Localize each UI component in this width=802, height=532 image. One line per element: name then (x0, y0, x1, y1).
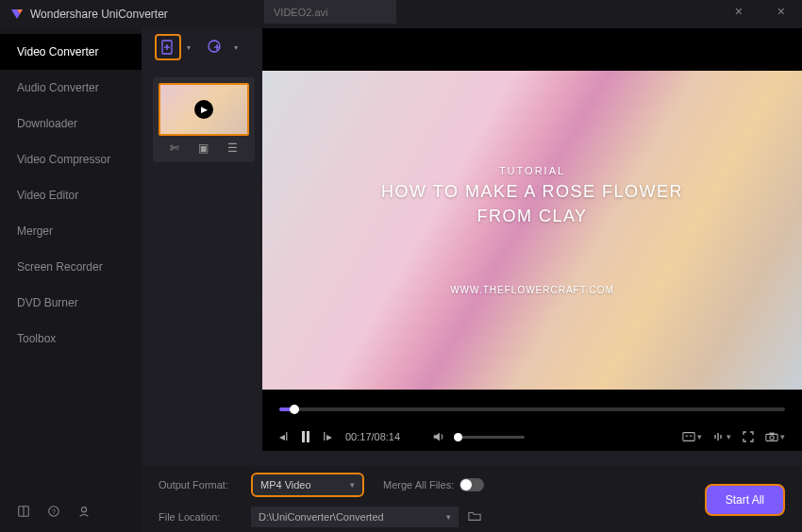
play-icon: ▶ (194, 100, 213, 119)
svg-text:?: ? (52, 508, 56, 515)
window-close-icon[interactable]: × (777, 4, 785, 19)
start-all-button[interactable]: Start All (705, 484, 785, 516)
file-location-label: File Location: (159, 511, 242, 523)
sidebar-item-downloader[interactable]: Downloader (0, 106, 142, 141)
merge-toggle[interactable] (459, 478, 484, 491)
volume-icon[interactable] (432, 430, 445, 443)
video-preview: TUTORIAL HOW TO MAKE A ROSE FLOWER FROM … (262, 28, 802, 451)
sidebar-item-audio-converter[interactable]: Audio Converter (0, 70, 142, 106)
sidebar-item-video-converter[interactable]: Video Converter (0, 34, 142, 70)
crop-icon[interactable]: ▣ (198, 141, 209, 155)
nav: Video Converter Audio Converter Download… (0, 28, 142, 493)
output-format-value: MP4 Video (260, 479, 311, 490)
preview-tab-label: VIDEO2.avi (274, 7, 327, 18)
fullscreen-button[interactable] (743, 431, 754, 442)
preview-tab[interactable]: VIDEO2.avi (264, 0, 396, 24)
thumbnail-card[interactable]: ▶ ✄ ▣ ☰ (153, 77, 255, 162)
download-tool-button[interactable] (202, 34, 228, 60)
manual-icon[interactable] (17, 505, 30, 521)
thumbnail-panel: ▶ ✄ ▣ ☰ (153, 77, 255, 162)
prev-button[interactable]: ◂Ⅰ (279, 430, 289, 443)
close-tab-icon[interactable]: × (735, 4, 743, 19)
svg-point-18 (770, 436, 774, 440)
svg-point-8 (209, 41, 220, 52)
add-file-button[interactable] (155, 34, 181, 60)
snapshot-button[interactable]: ▾ (765, 431, 785, 442)
chevron-down-icon: ▾ (446, 512, 451, 522)
progress-knob[interactable] (290, 405, 299, 414)
next-button[interactable]: Ⅰ▸ (323, 430, 332, 443)
sidebar-item-screen-recorder[interactable]: Screen Recorder (0, 249, 142, 285)
output-format-select[interactable]: MP4 Video ▾ (251, 473, 364, 497)
svg-point-4 (81, 507, 86, 512)
svg-rect-19 (769, 433, 774, 435)
volume-knob[interactable] (454, 433, 462, 441)
app-logo-icon (9, 7, 25, 22)
download-tool-dropdown-icon[interactable]: ▾ (234, 43, 238, 52)
file-location-value: D:\UniConverter\Converted (259, 511, 384, 523)
sidebar-item-toolbox[interactable]: Toolbox (0, 321, 142, 357)
file-location-select[interactable]: D:\UniConverter\Converted ▾ (251, 507, 459, 527)
sidebar-item-video-compressor[interactable]: Video Compressor (0, 141, 142, 177)
video-frame[interactable]: TUTORIAL HOW TO MAKE A ROSE FLOWER FROM … (262, 71, 802, 390)
output-format-label: Output Format: (159, 479, 242, 490)
audio-track-button[interactable]: ▾ (713, 431, 731, 442)
overlay-subtitle: TUTORIAL (499, 165, 565, 176)
time-display: 00:17/08:14 (345, 431, 400, 442)
thumbnail-image[interactable]: ▶ (159, 83, 249, 136)
overlay-title: HOW TO MAKE A ROSE FLOWER FROM CLAY (381, 180, 683, 227)
sidebar-item-dvd-burner[interactable]: DVD Burner (0, 285, 142, 321)
trim-icon[interactable]: ✄ (170, 141, 179, 155)
account-icon[interactable] (77, 505, 91, 521)
merge-label: Merge All Files: (383, 479, 454, 490)
volume-slider[interactable] (459, 436, 525, 439)
pause-button[interactable] (302, 431, 309, 442)
sidebar-item-video-editor[interactable]: Video Editor (0, 177, 142, 213)
content: ▾ ▾ n ▶ ✄ ▣ ☰ ert (142, 28, 802, 532)
progress-bar[interactable] (279, 407, 785, 411)
sidebar: Video Converter Audio Converter Download… (0, 28, 142, 532)
effects-icon[interactable]: ☰ (227, 141, 238, 155)
svg-rect-11 (683, 433, 694, 441)
subtitles-button[interactable]: ▾ (682, 431, 702, 442)
app-title: Wondershare UniConverter (30, 8, 168, 21)
overlay-url: WWW.THEFLOWERCRAFT.COM (450, 285, 614, 295)
titlebar: Wondershare UniConverter (0, 0, 802, 28)
open-folder-icon[interactable] (468, 510, 481, 524)
bottom-bar: Output Format: MP4 Video ▾ Merge All Fil… (142, 466, 802, 532)
help-icon[interactable]: ? (47, 505, 60, 521)
add-file-dropdown-icon[interactable]: ▾ (187, 43, 191, 52)
sidebar-item-merger[interactable]: Merger (0, 213, 142, 249)
start-all-label: Start All (726, 493, 764, 507)
chevron-down-icon: ▾ (350, 480, 355, 490)
player-controls: ◂Ⅰ Ⅰ▸ 00:17/08:14 ▾ ▾ ▾ (279, 430, 785, 443)
